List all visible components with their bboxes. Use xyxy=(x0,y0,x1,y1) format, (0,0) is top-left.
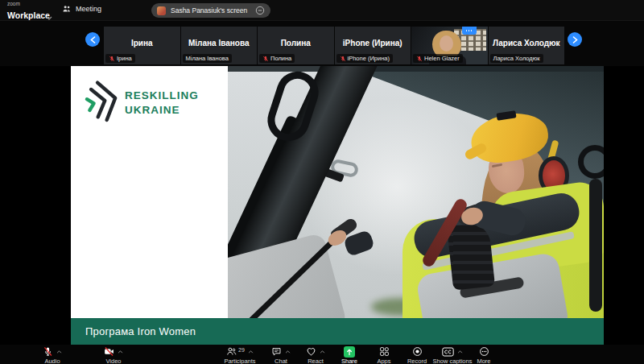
share-screen-icon xyxy=(344,346,355,358)
participant-label: Helen Glazer xyxy=(413,54,463,63)
logo-line2: UKRAINE xyxy=(125,103,199,118)
mic-muted-icon xyxy=(262,56,269,62)
apps-icon xyxy=(379,346,390,357)
slide-logo-panel: RESKILLING UKRAINE xyxy=(71,66,228,318)
mic-muted-icon xyxy=(109,56,115,62)
presenter-avatar xyxy=(157,6,166,15)
filmstrip-next-button[interactable] xyxy=(568,32,582,47)
shared-screen-stage: RESKILLING UKRAINE xyxy=(0,66,644,345)
participant-label: Полина xyxy=(259,54,295,63)
participants-filmstrip: Ірина Ірина Мілана Іванова Мілана Іванов… xyxy=(0,21,644,66)
more-ellipsis-icon xyxy=(479,346,489,357)
cc-icon xyxy=(442,347,454,357)
meeting-tab-label: Meeting xyxy=(76,5,101,13)
logo-chevrons-icon xyxy=(83,77,120,126)
tab-meeting[interactable]: Meeting xyxy=(62,4,101,14)
video-button[interactable]: Video xyxy=(88,346,139,364)
slide-footer-bar: Програма Iron Women xyxy=(71,318,604,345)
camera-muted-icon xyxy=(104,346,114,357)
video-person-face xyxy=(440,35,453,52)
mic-muted-icon xyxy=(416,56,423,62)
chevron-up-icon xyxy=(56,350,62,354)
shared-screen-title: Sasha Panasiuk's screen xyxy=(171,6,247,14)
mic-muted-icon xyxy=(43,346,53,357)
stop-incoming-video-icon[interactable] xyxy=(255,6,265,15)
photo-roof-edge xyxy=(228,66,604,72)
participants-count-badge: 29 xyxy=(238,347,245,353)
photo-right-frame-bar xyxy=(589,179,602,312)
brand-workplace-label: Workplace xyxy=(7,10,50,20)
chat-icon xyxy=(271,346,282,357)
participant-label: iPhone (Ирина) xyxy=(336,54,394,63)
brand-zoom-label: zoom xyxy=(7,2,50,7)
mic-muted-icon xyxy=(340,56,346,62)
participant-tile-polina[interactable]: Полина Полина xyxy=(258,27,334,64)
participant-label: Мілана Іванова xyxy=(183,54,232,63)
record-icon xyxy=(412,346,423,357)
chevron-up-icon xyxy=(248,350,254,354)
slide-photo xyxy=(228,66,604,318)
audio-button[interactable]: Audio xyxy=(27,346,78,364)
tile-more-button[interactable] xyxy=(462,27,477,35)
chevron-up-icon xyxy=(118,350,123,354)
participant-tile-larysa[interactable]: Лариса Холодюк Лариса Холодюк xyxy=(489,27,565,64)
zoom-workplace-menu[interactable]: zoom Workplace xyxy=(7,2,50,21)
participant-tile-irina[interactable]: Ірина Ірина xyxy=(104,27,180,64)
presentation-slide: RESKILLING UKRAINE xyxy=(71,66,604,345)
participants-icon xyxy=(226,346,237,357)
participant-label: Ірина xyxy=(105,54,135,63)
shared-screen-pill[interactable]: Sasha Panasiuk's screen xyxy=(151,3,270,18)
heart-icon xyxy=(306,346,316,357)
meeting-toolbar: Audio Video 29 Participants Chat xyxy=(0,345,644,364)
reskilling-ukraine-logo: RESKILLING UKRAINE xyxy=(83,77,199,126)
top-bar: zoom Workplace Meeting Sasha Panasiuk's … xyxy=(0,0,644,21)
participant-tile-milana[interactable]: Мілана Іванова Мілана Іванова xyxy=(181,27,258,64)
zoom-meeting-window: zoom Workplace Meeting Sasha Panasiuk's … xyxy=(0,0,644,364)
more-button[interactable]: More xyxy=(458,346,510,364)
meeting-people-icon xyxy=(62,4,72,14)
logo-wordmark: RESKILLING UKRAINE xyxy=(125,89,199,126)
participant-tile-helen-video[interactable]: Helen Glazer xyxy=(411,27,488,64)
participant-label: Лариса Холодюк xyxy=(490,54,543,63)
logo-line1: RESKILLING xyxy=(125,89,199,103)
participant-tile-iphone[interactable]: iPhone (Ирина) iPhone (Ирина) xyxy=(335,27,411,64)
slide-title: Програма Iron Women xyxy=(85,325,196,337)
filmstrip-prev-button[interactable] xyxy=(85,32,100,47)
